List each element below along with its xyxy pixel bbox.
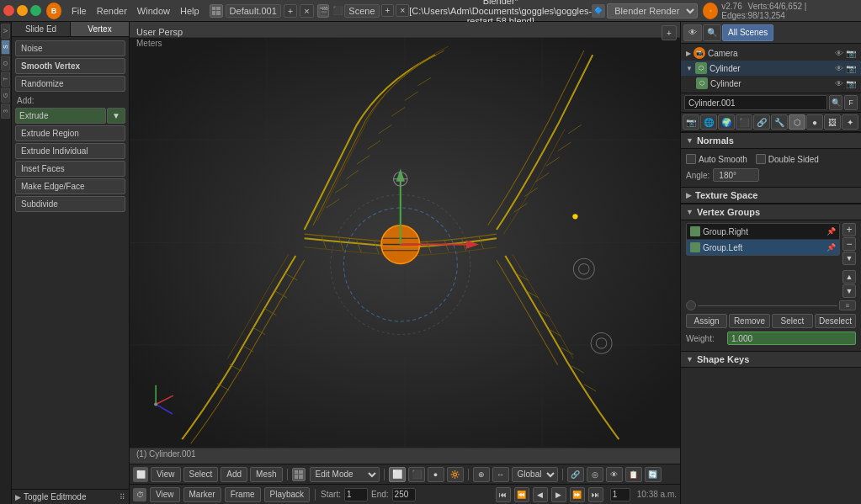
tl-step-back[interactable]: ⏪: [514, 487, 529, 502]
prop-icon-scene[interactable]: 🌐: [700, 114, 717, 130]
tl-start-field[interactable]: [344, 488, 368, 501]
angle-field[interactable]: 180°: [713, 168, 759, 182]
layout-remove[interactable]: ×: [300, 4, 313, 18]
prop-icon-constraints[interactable]: 🔗: [753, 114, 770, 130]
prop-icon-data[interactable]: ⬡: [789, 114, 805, 130]
extrude-region-button[interactable]: Extrude Region: [15, 125, 125, 141]
object-name-browse[interactable]: 🔍: [829, 95, 842, 110]
strip-icon-view[interactable]: V: [1, 24, 10, 39]
toggle-editmode-label[interactable]: Toggle Editmode: [24, 492, 117, 501]
vp-select-btn[interactable]: Select: [183, 467, 219, 482]
select-btn[interactable]: Select: [772, 314, 813, 328]
scene-remove[interactable]: ×: [396, 4, 409, 17]
tl-jump-end[interactable]: ⏭: [588, 487, 603, 502]
cylinder-render-icon[interactable]: 📷: [846, 64, 856, 73]
inset-faces-button[interactable]: Inset Faces: [15, 161, 125, 177]
vg-down-btn[interactable]: ▼: [842, 284, 856, 298]
camera-render-icon[interactable]: 📷: [846, 49, 856, 58]
tl-end-field[interactable]: [392, 488, 416, 501]
vp-snap-btn[interactable]: 🔗: [567, 467, 584, 482]
shape-keys-header[interactable]: ▼ Shape Keys: [681, 351, 861, 368]
vp-onion-btn[interactable]: 👁: [606, 467, 623, 482]
strip-icon-3dp[interactable]: 3: [1, 103, 10, 119]
tl-step-fwd[interactable]: ⏩: [570, 487, 585, 502]
vertex-groups-header[interactable]: ▼ Vertex Groups: [681, 204, 861, 220]
normals-header[interactable]: ▼ Normals: [681, 132, 861, 149]
vp-mode-select[interactable]: Edit Mode Object Mode: [310, 467, 380, 482]
prop-icon-particles[interactable]: ✦: [842, 114, 858, 130]
vg-add-btn[interactable]: +: [842, 223, 856, 236]
object-name-f-btn[interactable]: F: [844, 95, 858, 110]
outliner-row-cylinder[interactable]: ▼ ⬡ Cylinder 👁 📷: [681, 61, 861, 76]
layout-add[interactable]: +: [284, 4, 297, 18]
tl-playback-btn[interactable]: Playback: [264, 487, 311, 502]
window-menu[interactable]: Window: [132, 4, 175, 18]
vp-material-btn[interactable]: ●: [428, 467, 444, 482]
tl-current-frame[interactable]: [610, 488, 630, 501]
prop-icon-texture[interactable]: 🖼: [824, 114, 841, 130]
prop-icon-material[interactable]: ●: [806, 114, 823, 130]
group-right-item[interactable]: Group.Right 📌: [687, 224, 839, 240]
vp-mesh-btn[interactable]: Mesh: [250, 467, 282, 482]
noise-button[interactable]: Noise: [15, 40, 125, 56]
texture-space-header[interactable]: ▶ Texture Space: [681, 187, 861, 204]
render-menu[interactable]: Render: [92, 4, 132, 18]
smooth-vertex-button[interactable]: Smooth Vertex: [15, 58, 125, 74]
vg-remove-btn[interactable]: −: [842, 237, 856, 251]
vp-wire-btn[interactable]: ⬛: [408, 467, 425, 482]
maximize-button[interactable]: [30, 5, 41, 16]
vp-recalc-btn[interactable]: 🔄: [645, 467, 662, 482]
tl-frame-btn[interactable]: Frame: [225, 487, 261, 502]
subdivide-button[interactable]: Subdivide: [15, 196, 125, 212]
outliner-row-camera[interactable]: ▶ 📷 Camera 👁 📷: [681, 45, 861, 61]
vp-transform-select[interactable]: Global Local: [512, 467, 558, 482]
rp-icon-view[interactable]: 👁: [683, 24, 702, 41]
viewport[interactable]: User Persp Meters (1) Cylinder.001 +: [130, 22, 680, 464]
close-button[interactable]: [3, 5, 14, 16]
cylinder-child-vis-icon[interactable]: 👁: [835, 79, 843, 88]
tl-marker-btn[interactable]: Marker: [183, 487, 221, 502]
tl-jump-start[interactable]: ⏮: [496, 487, 511, 502]
strip-icon-tools[interactable]: T: [1, 72, 10, 87]
engine-select[interactable]: Blender Render: [607, 3, 698, 19]
group-left-item[interactable]: Group.Left 📌: [687, 240, 839, 255]
vg-up-btn[interactable]: ▲: [842, 270, 856, 284]
auto-smooth-checkbox[interactable]: [686, 154, 696, 164]
vp-transform-btn[interactable]: ↔: [492, 467, 509, 482]
vp-view-btn[interactable]: View: [151, 467, 181, 482]
help-menu[interactable]: Help: [175, 4, 205, 18]
deselect-btn[interactable]: Deselect: [815, 314, 856, 328]
vp-pivot-btn[interactable]: ⊕: [473, 467, 490, 482]
scene-label[interactable]: Scene: [344, 4, 379, 18]
viewport-expand-btn[interactable]: +: [662, 25, 677, 40]
tl-play[interactable]: ▶: [551, 487, 566, 502]
vp-solid-btn[interactable]: ⬜: [389, 467, 406, 482]
extrude-arrow-button[interactable]: ▼: [107, 108, 125, 124]
vg-special-btn[interactable]: ▼: [842, 252, 856, 265]
double-sided-checkbox[interactable]: [756, 154, 766, 164]
object-name-field[interactable]: [684, 95, 827, 110]
randomize-button[interactable]: Randomize: [15, 76, 125, 92]
scene-browse[interactable]: +: [381, 4, 395, 17]
file-menu[interactable]: File: [66, 4, 92, 18]
cylinder-child-render-icon[interactable]: 📷: [846, 79, 856, 88]
tab-vertex[interactable]: Vertex: [71, 22, 129, 36]
prop-icon-object[interactable]: ⬛: [736, 114, 752, 130]
strip-icon-options[interactable]: O: [1, 56, 10, 71]
vp-proportional-btn[interactable]: ◎: [587, 467, 603, 482]
outliner-row-cylinder-child[interactable]: ⬡ Cylinder 👁 📷: [681, 76, 861, 91]
default-layout[interactable]: Default.001: [226, 4, 281, 18]
minimize-button[interactable]: [17, 5, 28, 16]
strip-icon-grease[interactable]: G: [1, 88, 10, 103]
prop-icon-render[interactable]: 📷: [683, 114, 699, 130]
cylinder-vis-icon[interactable]: 👁: [835, 64, 843, 73]
make-edge-face-button[interactable]: Make Edge/Face: [15, 178, 125, 194]
window-controls[interactable]: [3, 5, 41, 16]
rp-icon-all-scenes[interactable]: All Scenes: [722, 24, 773, 41]
weight-field[interactable]: 1.000: [727, 332, 856, 345]
prop-icon-modifiers[interactable]: 🔧: [771, 114, 788, 130]
vp-add-btn[interactable]: Add: [221, 467, 247, 482]
tl-play-back[interactable]: ◀: [533, 487, 548, 502]
vp-overlay-btn[interactable]: 📋: [625, 467, 642, 482]
rp-icon-search[interactable]: 🔍: [703, 24, 721, 41]
